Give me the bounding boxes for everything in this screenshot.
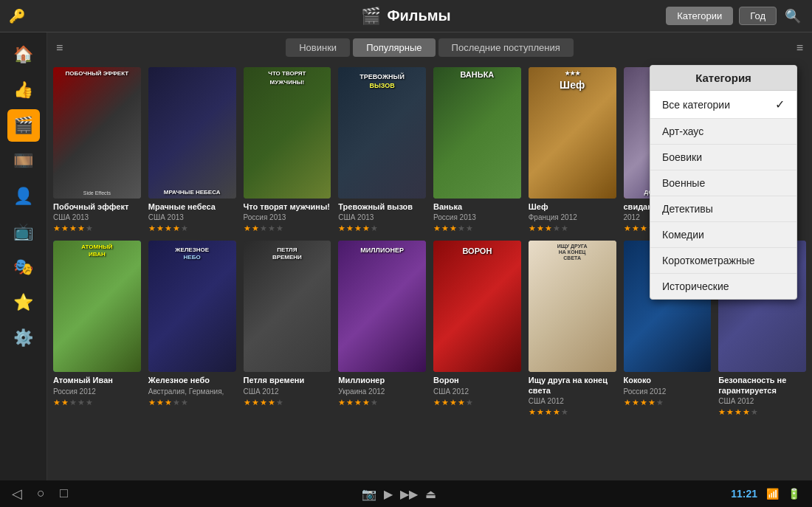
search-icon[interactable]: 🔍 [782, 6, 803, 27]
key-icon: 🔑 [9, 8, 25, 24]
movie-meta: США 2013 [53, 213, 141, 221]
movie-poster: ВОРОН [433, 241, 521, 372]
category-item-action[interactable]: Боевики [650, 145, 796, 170]
movie-stars: ★★★★★ [53, 398, 141, 407]
sidebar-item-settings[interactable]: ⚙️ [7, 322, 40, 354]
movie-card[interactable]: ВОРОН Ворон США 2012 ★★★★★ [433, 241, 521, 417]
movie-stars: ★★★★★ [529, 407, 616, 417]
movie-meta: США 2012 [433, 387, 521, 396]
movie-card[interactable]: ПЕТЛЯ ВРЕМЕНИ Петля времени США 2012 ★★★… [244, 241, 331, 417]
movie-stars: ★★★★★ [718, 407, 806, 417]
filter-icon-right[interactable]: ≡ [796, 41, 803, 55]
movie-poster: ТРЕВОЖНЫЙ ВЫЗОВ [338, 67, 426, 199]
movie-meta: Россия 2012 [624, 387, 712, 396]
film-icon: 🎬 [361, 7, 381, 26]
categories-button[interactable]: Категории [666, 7, 733, 25]
tab-last[interactable]: Последние поступления [438, 38, 574, 57]
year-button[interactable]: Год [739, 7, 777, 25]
movie-poster: ЧТО ТВОРЯТ МУЖЧИНЫ! [244, 67, 331, 199]
bottom-bar: ◁ ○ □ 📷 ▶ ▶▶ ⏏ 11:21 📶 🔋 [0, 480, 812, 507]
sidebar-item-bookmarks[interactable]: ⭐ [7, 286, 40, 319]
movie-stars: ★★★★★ [338, 398, 426, 407]
movie-card[interactable]: МРАЧНЫЕ НЕБЕСА Мрачные небеса США 2013 ★… [148, 67, 236, 233]
category-item-military[interactable]: Военные [650, 170, 796, 196]
movie-card[interactable]: ТРЕВОЖНЫЙ ВЫЗОВ Тревожный вызов США 2013… [338, 67, 426, 233]
battery-icon: 🔋 [788, 488, 800, 500]
movie-poster: ПОБОЧНЫЙ ЭФФЕКТ Side Effects [53, 67, 141, 199]
movie-poster: ЖЕЛЕЗНОЕ НЕБО [148, 241, 236, 372]
movie-title: Атомный Иван [53, 376, 141, 385]
movie-stars: ★★★★★ [148, 398, 236, 407]
movie-meta: Россия 2013 [244, 213, 331, 221]
dropdown-overlay: Категория Все категории ✓ Арт-хаус Боеви… [650, 65, 797, 300]
movie-title: Ванька [433, 202, 521, 212]
tabs-bar: ≡ Новинки Популярные Последние поступлен… [47, 32, 812, 61]
sidebar-item-tv[interactable]: 📺 [7, 215, 40, 248]
movie-card[interactable]: АТОМНЫЙ ИВАН Атомный Иван Россия 2012 ★★… [53, 241, 141, 417]
eject-icon[interactable]: ⏏ [425, 487, 436, 501]
category-label: Короткометражные [662, 255, 755, 266]
bottom-media-icons: 📷 ▶ ▶▶ ⏏ [362, 487, 436, 501]
movie-card[interactable]: ВАНЬКА Ванька Россия 2013 ★★★★★ [433, 67, 521, 233]
category-item-detective[interactable]: Детективы [650, 196, 796, 222]
sidebar-item-home[interactable]: 🏠 [7, 38, 40, 71]
nav-back-icon[interactable]: ◁ [12, 486, 22, 502]
nav-home-icon[interactable]: ○ [37, 486, 45, 502]
movie-title: Миллионер [338, 376, 426, 385]
movie-poster: МРАЧНЫЕ НЕБЕСА [148, 67, 236, 199]
movie-title: Ворон [433, 376, 521, 385]
movie-title: Мрачные небеса [148, 202, 236, 212]
sidebar-item-cinema[interactable]: 🎭 [7, 251, 40, 283]
movie-poster: ИЩУ ДРУГА НА КОНЕЦ СВЕТА [529, 241, 616, 372]
movie-meta: США 2012 [718, 397, 806, 405]
movie-stars: ★★★★★ [433, 224, 521, 233]
category-label: Арт-хаус [662, 125, 703, 137]
nav-recent-icon[interactable]: □ [60, 486, 68, 502]
sidebar-item-profile[interactable]: 👤 [7, 180, 40, 213]
camera-icon[interactable]: 📷 [362, 487, 376, 501]
top-bar: 🔑 🎬 Фильмы Категории Год 🔍 [0, 0, 812, 32]
movie-title: Петля времени [244, 376, 331, 385]
category-item-historical[interactable]: Исторические [650, 274, 796, 299]
movie-card[interactable]: ПОБОЧНЫЙ ЭФФЕКТ Side Effects Побочный эф… [53, 67, 141, 233]
movie-card[interactable]: ИЩУ ДРУГА НА КОНЕЦ СВЕТА Ищу друга на ко… [529, 241, 616, 417]
top-bar-title: 🎬 Фильмы [361, 7, 450, 26]
movie-stars: ★★★★★ [624, 398, 712, 407]
movie-card[interactable]: ★★★ Шеф Шеф Франция 2012 ★★★★★ [529, 67, 616, 233]
movie-meta: США 2013 [148, 213, 236, 221]
category-label: Исторические [662, 280, 729, 292]
sidebar-item-series[interactable]: 🎞️ [7, 145, 40, 177]
category-item-short[interactable]: Короткометражные [650, 248, 796, 274]
skip-icon[interactable]: ▶▶ [400, 487, 418, 501]
filter-icon-left[interactable]: ≡ [56, 41, 63, 55]
category-dropdown: Категория Все категории ✓ Арт-хаус Боеви… [650, 65, 797, 300]
category-item-all[interactable]: Все категории ✓ [650, 91, 796, 119]
tab-popular[interactable]: Популярные [353, 38, 435, 57]
movie-title: Кококо [624, 376, 712, 385]
bottom-right: 11:21 📶 🔋 [731, 488, 800, 500]
movie-card[interactable]: ЖЕЛЕЗНОЕ НЕБО Железное небо Австралия, Г… [148, 241, 236, 417]
checkmark-icon: ✓ [775, 97, 785, 111]
movie-title: Тревожный вызов [338, 202, 426, 212]
category-label: Боевики [662, 151, 702, 163]
category-item-arthouse[interactable]: Арт-хаус [650, 119, 796, 145]
category-item-comedy[interactable]: Комедии [650, 222, 796, 248]
clock-time: 11:21 [731, 488, 757, 500]
movie-stars: ★★★★★ [244, 224, 331, 233]
movie-card[interactable]: ЧТО ТВОРЯТ МУЖЧИНЫ! Что творят мужчины! … [244, 67, 331, 233]
movie-meta: США 2012 [529, 397, 616, 405]
movie-card[interactable]: МИЛЛИОНЕР Миллионер Украина 2012 ★★★★★ [338, 241, 426, 417]
category-label: Детективы [662, 203, 713, 215]
movie-meta: США 2013 [338, 213, 426, 221]
movie-meta: Россия 2013 [433, 213, 521, 221]
sidebar-item-favorites[interactable]: 👍 [7, 74, 40, 106]
sidebar-item-movies[interactable]: 🎬 [7, 109, 40, 142]
play-icon[interactable]: ▶ [384, 487, 393, 501]
tab-novosti[interactable]: Новинки [286, 38, 350, 57]
movie-stars: ★★★★★ [244, 398, 331, 407]
movie-title: Железное небо [148, 376, 236, 385]
movie-stars: ★★★★★ [433, 398, 521, 407]
movie-meta: Россия 2012 [53, 387, 141, 396]
movie-stars: ★★★★★ [338, 224, 426, 233]
top-bar-left: 🔑 [9, 8, 25, 24]
